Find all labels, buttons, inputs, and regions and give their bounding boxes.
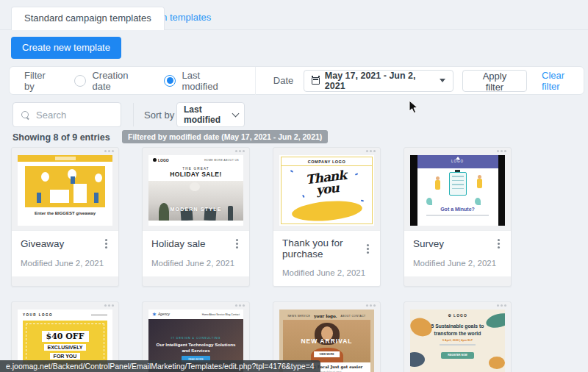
thumb-logo: LOGO [153, 158, 169, 162]
survey-illustration [417, 168, 498, 207]
template-thumbnail[interactable]: LOGO HOME MORE ABOUT US THE GREAT HOLIDA… [143, 148, 249, 230]
date-range-value: May 17, 2021 - Jun 2, 2021 [325, 71, 434, 91]
search-box [12, 102, 121, 127]
mouse-cursor [409, 100, 418, 114]
radio-last-modified[interactable]: Last modified [164, 70, 235, 92]
thumb-headline: HOLIDAY SALE! [148, 171, 243, 178]
template-thumbnail[interactable]: ⚙ LOGO 5 Sustainable goals to transform … [404, 302, 511, 372]
templates-page: Standard campaign templates System templ… [0, 0, 588, 372]
thumb-placeholder-text [440, 344, 476, 346]
thumb-nav: Home About Service Blog Contact [202, 313, 240, 316]
search-input[interactable] [36, 110, 110, 121]
template-card-survey[interactable]: LOGO Got a Minute? [404, 147, 512, 287]
radio-last-modified-circle[interactable] [164, 75, 176, 87]
window-dots-icon [366, 150, 376, 152]
thumb-logo: your logo. [314, 314, 337, 318]
card-title: Giveaway [21, 238, 64, 249]
window-dots-icon [497, 304, 506, 307]
filter-badge: Filtered by modified date (May 17, 2021 … [122, 130, 328, 143]
card-modified-date: Modified June 2, 2021 [282, 268, 371, 277]
date-range-picker[interactable]: May 17, 2021 - Jun 2, 2021 [304, 70, 453, 92]
radio-creation-date[interactable]: Creation date [74, 70, 146, 92]
giveaway-illustration [25, 166, 105, 207]
thumb-script-text: Thank you [282, 167, 372, 201]
template-card-sustainable[interactable]: ⚙ LOGO 5 Sustainable goals to transform … [404, 301, 512, 372]
card-modified-date: Modified June 2, 2021 [413, 259, 502, 268]
thumb-kicker: IT DESIGN & CONSULTING [171, 337, 221, 340]
card-title: Thank you for purchase [282, 237, 365, 260]
kebab-menu-icon[interactable] [234, 237, 240, 250]
tab-standard-campaign-templates[interactable]: Standard campaign templates [11, 7, 165, 30]
thumb-headline: 5 Sustainable goals to transform the wor… [420, 323, 495, 337]
thumb-headline: NEW ARRIVAL [283, 337, 370, 345]
create-new-template-button[interactable]: Create new template [11, 37, 121, 59]
thumb-nav: HOME MORE ABOUT US [204, 159, 239, 162]
filter-by-label: Filter by [24, 70, 57, 92]
template-grid: Enter the BIGGEST giveaway Giveaway Modi… [11, 147, 512, 372]
kebab-menu-icon[interactable] [103, 237, 110, 250]
offer-line2: EXCLUSIVELY [44, 344, 87, 351]
filter-bar: Filter by Creation date Last modified Da… [9, 66, 584, 95]
thumb-overlay-text: MODERN STYLE [148, 207, 243, 212]
sort-by-label: Sort by [144, 110, 174, 121]
interior-photo: MODERN STYLE [148, 181, 243, 221]
thumb-date: 5 April, 2020 | 4pm ELT [410, 339, 505, 342]
thumb-headline: Got a Minute? [417, 207, 498, 212]
thumb-headline: Our Intelligent Technology Solutions and… [156, 342, 235, 354]
showing-entries-text: Showing 8 of 9 entries [12, 132, 110, 143]
template-card-holiday-sale[interactable]: LOGO HOME MORE ABOUT US THE GREAT HOLIDA… [142, 147, 250, 287]
kebab-menu-icon[interactable] [365, 243, 371, 255]
calendar-icon [312, 77, 320, 85]
template-thumbnail[interactable]: Enter the BIGGEST giveaway [12, 148, 118, 230]
apply-filter-button[interactable]: Apply filter [462, 70, 527, 92]
window-dots-icon [497, 150, 506, 152]
caret-down-icon [440, 79, 445, 82]
template-thumbnail[interactable]: LOGO Got a Minute? [404, 148, 511, 230]
thumb-logo [55, 157, 76, 160]
thumb-caption: Enter the BIGGEST giveaway [18, 211, 112, 215]
thumb-logo: LOGO [417, 155, 498, 168]
thumb-placeholder-text [426, 215, 490, 216]
window-dots-icon [104, 150, 114, 152]
window-dots-icon [235, 304, 245, 307]
offer-line3: FOR YOU [50, 353, 81, 360]
chevron-down-icon [232, 110, 240, 117]
toolbar-divider [133, 103, 134, 126]
window-dots-icon [366, 304, 376, 307]
date-label: Date [273, 75, 293, 86]
card-info: Holiday sale Modified June 2, 2021 [143, 230, 249, 276]
radio-creation-date-circle[interactable] [74, 75, 86, 87]
sort-dropdown[interactable]: Last modified [176, 102, 245, 127]
window-dots-icon [235, 150, 245, 152]
thumb-nav-right: ABOUT CONTACT [341, 315, 366, 318]
brush-stroke [291, 198, 363, 223]
template-card-thank-you[interactable]: COMPANY LOGO Thank you [273, 147, 381, 287]
thumb-nav-left: NEWS SERVICE [288, 315, 311, 318]
thumb-logo: YOUR LOGO [23, 313, 53, 317]
window-dots-icon [104, 304, 114, 307]
thumb-logo: COMPANY LOGO [282, 157, 372, 166]
status-bar-url: e.joomag.net/Backend/ControlPanel/EmailM… [0, 360, 320, 372]
sort-value: Last modified [184, 104, 233, 125]
card-title: Survey [413, 238, 444, 249]
offer-text: $40 OFF [42, 331, 89, 342]
card-info: Thank you for purchase Modified June 2, … [273, 230, 380, 286]
card-info: Survey Modified June 2, 2021 [404, 230, 511, 276]
thumb-link-placeholder [91, 314, 107, 316]
card-title: Holiday sale [151, 238, 206, 249]
radio-last-modified-label: Last modified [182, 70, 235, 92]
thumb-cta-button: VIEW MORE [314, 351, 340, 357]
tab-standard-label: Standard campaign templates [24, 12, 151, 24]
kebab-menu-icon[interactable] [495, 237, 502, 250]
model-photo: NEW ARRIVAL VIEW MORE [283, 320, 370, 362]
thumb-logo: ⚙ LOGO [410, 313, 505, 318]
radio-creation-date-label: Creation date [92, 70, 146, 92]
card-modified-date: Modified June 2, 2021 [21, 259, 110, 268]
clear-filter-link[interactable]: Clear filter [542, 70, 584, 92]
template-thumbnail[interactable]: COMPANY LOGO Thank you [273, 148, 380, 230]
template-card-giveaway[interactable]: Enter the BIGGEST giveaway Giveaway Modi… [11, 147, 119, 287]
search-icon [21, 111, 29, 119]
thumb-cta-button: REGISTER NOW [441, 352, 474, 359]
filter-divider [255, 67, 256, 95]
card-info: Giveaway Modified June 2, 2021 [12, 230, 118, 276]
